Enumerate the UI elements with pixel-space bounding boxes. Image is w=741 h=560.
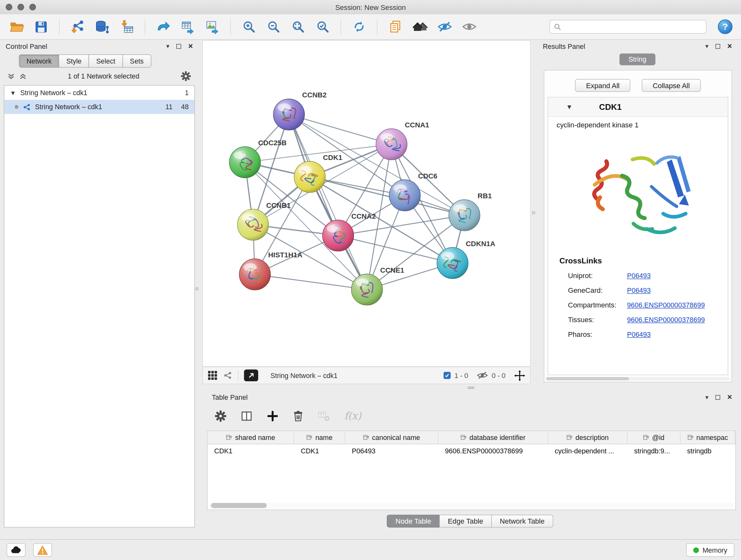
crosslink-link[interactable]: 9606.ENSP00000378699 (627, 316, 705, 323)
graphics-details-button[interactable] (385, 17, 406, 37)
network-node-CDC6[interactable]: CDC6 (389, 172, 437, 211)
cloud-status-button[interactable] (7, 543, 25, 557)
crosslink-link[interactable]: P06493 (627, 272, 651, 279)
open-in-browser-button[interactable] (244, 369, 258, 381)
zoom-fit-button[interactable] (287, 17, 309, 37)
network-node-CCNB2[interactable]: CCNB2 (273, 91, 327, 130)
gear-icon[interactable] (181, 71, 191, 81)
hide-selected-button[interactable] (434, 17, 455, 37)
section-collapse-icon[interactable]: ▼ (566, 104, 573, 111)
tab-sets[interactable]: Sets (122, 54, 151, 67)
float-panel-icon[interactable] (716, 395, 720, 400)
crosslink-link[interactable]: 9606.ENSP00000378699 (627, 301, 705, 309)
close-panel-icon[interactable]: × (727, 42, 732, 50)
table-cell[interactable]: CDK1 (294, 447, 345, 455)
table-cell[interactable]: stringdb (680, 447, 735, 455)
add-column-icon[interactable] (267, 410, 279, 422)
network-type-icon[interactable] (223, 371, 232, 380)
tree-expand-icon[interactable]: ▼ (10, 90, 16, 96)
pan-crosshair-icon[interactable] (514, 370, 526, 381)
import-network-database-button[interactable] (91, 17, 113, 37)
network-edge[interactable] (289, 115, 367, 290)
apply-layout-button[interactable] (348, 17, 370, 37)
column-header[interactable]: canonical name (345, 431, 439, 444)
tab-network-table[interactable]: Network Table (491, 515, 553, 527)
collapse-all-icon[interactable] (8, 72, 15, 79)
network-view[interactable]: CCNB2CCNA1CDC25BCDK1CDC6RB1CCNB1CCNA2CDK… (202, 40, 530, 367)
zoom-out-button[interactable] (262, 17, 284, 37)
network-edge[interactable] (255, 274, 367, 289)
network-node-CCNB1[interactable]: CCNB1 (238, 201, 291, 240)
show-columns-icon[interactable] (241, 410, 253, 422)
table-cell[interactable]: 9606.ENSP00000378699 (439, 447, 548, 455)
show-all-button[interactable] (458, 17, 480, 37)
network-node-RB1[interactable]: RB1 (449, 192, 492, 231)
network-edge[interactable] (289, 115, 392, 144)
close-panel-icon[interactable]: × (188, 42, 193, 50)
close-panel-icon[interactable]: × (727, 393, 732, 401)
panel-menu-icon[interactable]: ▾ (705, 394, 709, 400)
export-image-button[interactable] (201, 17, 223, 37)
export-network-button[interactable] (152, 17, 174, 37)
network-graph[interactable]: CCNB2CCNA1CDC25BCDK1CDC6RB1CCNB1CCNA2CDK… (203, 41, 530, 366)
network-edge[interactable] (338, 236, 453, 263)
hidden-eye-slash-icon[interactable] (477, 371, 488, 380)
network-node-CCNA1[interactable]: CCNA1 (376, 121, 429, 160)
collapse-all-button[interactable]: Collapse All (642, 79, 700, 91)
expand-all-icon[interactable] (19, 72, 26, 79)
import-table-button[interactable] (116, 17, 138, 37)
tab-select[interactable]: Select (89, 54, 123, 67)
column-header[interactable]: @id (627, 431, 680, 444)
panel-menu-icon[interactable]: ▾ (166, 43, 170, 49)
memory-button[interactable]: Memory (686, 543, 735, 557)
delete-column-trash-icon[interactable] (293, 410, 304, 422)
network-collection-row[interactable]: ▼ String Network – cdk1 1 (4, 85, 194, 100)
table-cell[interactable]: P06493 (345, 447, 439, 455)
column-header[interactable]: name (294, 431, 345, 444)
float-panel-icon[interactable] (716, 44, 720, 49)
export-table-button[interactable] (177, 17, 199, 37)
tab-network[interactable]: Network (19, 54, 59, 67)
table-cell[interactable]: stringdb:9... (627, 447, 680, 455)
open-session-button[interactable] (6, 17, 27, 37)
left-splitter-handle[interactable] (195, 287, 199, 290)
network-node-CDK1[interactable]: CDK1 (294, 153, 342, 192)
crosslink-link[interactable]: P06493 (627, 287, 651, 294)
crosslink-link[interactable]: P06493 (627, 330, 651, 338)
float-panel-icon[interactable] (177, 44, 181, 49)
horizontal-splitter-handle[interactable] (468, 387, 475, 389)
table-settings-gear-icon[interactable] (215, 410, 226, 422)
column-header[interactable]: shared name (208, 431, 294, 444)
tab-node-table[interactable]: Node Table (387, 515, 440, 527)
right-splitter-handle[interactable] (532, 211, 535, 214)
table-horizontal-scrollbar[interactable] (209, 503, 734, 508)
zoom-in-button[interactable] (238, 17, 259, 37)
network-home-button[interactable] (409, 17, 431, 37)
tab-edge-table[interactable]: Edge Table (440, 515, 492, 527)
column-header[interactable]: namespac (680, 431, 735, 444)
tab-string[interactable]: String (619, 53, 655, 65)
save-session-button[interactable] (30, 17, 52, 37)
network-node-CDKN1A[interactable]: CDKN1A (437, 240, 495, 279)
panel-menu-icon[interactable]: ▾ (705, 43, 709, 49)
search-input[interactable] (564, 22, 702, 31)
table-cell[interactable]: CDK1 (208, 447, 294, 455)
gene-section-header[interactable]: ▼ CDK1 (548, 98, 728, 117)
warnings-button[interactable] (33, 543, 52, 557)
expand-all-button[interactable]: Expand All (575, 79, 630, 91)
table-row[interactable]: CDK1 CDK1 P06493 9606.ENSP00000378699 cy… (208, 444, 736, 457)
help-button[interactable]: ? (718, 19, 732, 34)
selected-nodes-checkbox[interactable] (444, 372, 451, 379)
tab-style[interactable]: Style (59, 54, 89, 67)
table-cell[interactable]: cyclin-dependent ... (548, 447, 627, 455)
zoom-fit-icon (291, 20, 305, 34)
search-box[interactable] (549, 20, 706, 34)
column-header[interactable]: description (548, 431, 627, 444)
results-scrollbar[interactable] (546, 377, 730, 380)
birds-eye-grid-icon[interactable] (208, 370, 218, 380)
column-header[interactable]: database identifier (439, 431, 548, 444)
network-row-selected[interactable]: String Network – cdk1 11 48 (4, 100, 194, 114)
import-network-file-button[interactable] (67, 17, 88, 37)
network-node-HIST1H1A[interactable]: HIST1H1A (239, 251, 302, 290)
zoom-selected-button[interactable] (312, 17, 333, 37)
